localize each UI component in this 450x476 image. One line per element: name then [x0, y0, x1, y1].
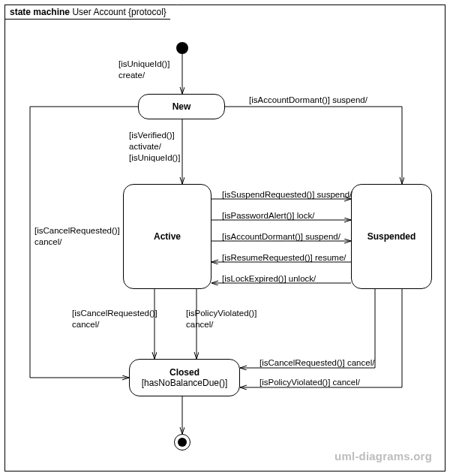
label-new-active-a: activate/ — [129, 141, 161, 152]
state-new: New — [138, 94, 225, 119]
label-act-closed-1g: [isCancelRequested()] — [72, 308, 158, 319]
frame-title-tab: state machine User Account {protocol} — [4, 5, 178, 20]
final-state-inner — [178, 438, 187, 447]
frame-title: User Account {protocol} — [72, 7, 166, 17]
state-active-label: Active — [124, 231, 211, 242]
label-new-closed-a: cancel/ — [34, 236, 62, 248]
label-act-closed-2a: cancel/ — [186, 319, 213, 330]
label-susp-closed-1: [isCancelRequested()] cancel/ — [260, 357, 374, 369]
label-new-suspended: [isAccountDormant()] suspend/ — [249, 95, 368, 106]
label-susp-act-1: [isResumeRequested()] resume/ — [222, 252, 346, 264]
label-initial-guard: [isUniqueId()] — [118, 59, 170, 70]
watermark: uml-diagrams.org — [334, 450, 432, 462]
final-state — [174, 434, 190, 450]
label-new-active-g2: [isUniqueId()] — [129, 152, 180, 164]
label-new-closed-g: [isCancelRequested()] — [34, 225, 120, 236]
initial-state — [176, 42, 188, 54]
label-initial-action: create/ — [118, 70, 145, 81]
label-act-susp-2: [isPasswordAlert()] lock/ — [222, 210, 314, 221]
label-act-closed-2g: [isPolicyViolated()] — [186, 308, 256, 319]
label-act-susp-1: [isSuspendRequested()] suspend/ — [222, 189, 352, 200]
diagram-canvas: state machine User Account {protocol} Ne… — [0, 0, 450, 476]
state-closed-label: Closed — [130, 367, 239, 378]
label-act-closed-1a: cancel/ — [72, 319, 99, 330]
label-act-susp-3: [isAccountDormant()] suspend/ — [222, 231, 340, 243]
state-new-label: New — [139, 101, 224, 112]
label-new-active-g1: [isVerified()] — [129, 130, 175, 141]
state-active: Active — [123, 184, 212, 289]
label-susp-closed-2: [isPolicyViolated()] cancel/ — [260, 377, 360, 388]
state-closed: Closed [hasNoBalanceDue()] — [129, 359, 240, 396]
label-susp-act-2: [isLockExpired()] unlock/ — [222, 273, 316, 285]
state-closed-invariant: [hasNoBalanceDue()] — [130, 378, 239, 388]
state-suspended-label: Suspended — [352, 231, 431, 242]
frame-keyword: state machine — [10, 7, 70, 17]
state-suspended: Suspended — [351, 184, 432, 289]
